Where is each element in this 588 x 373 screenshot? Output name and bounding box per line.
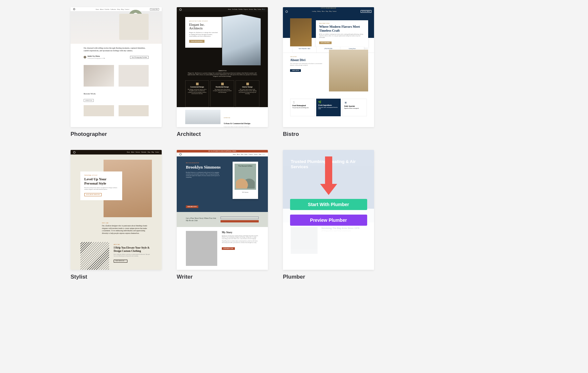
layout-card-architect[interactable]: Home Our Studio Portfolio Projects Servi… — [177, 7, 268, 138]
layout-grid: Home About Portfolio Collection Shop Blo… — [0, 0, 588, 293]
arrow-down-icon — [321, 156, 336, 195]
layout-card-plumber[interactable]: Trusted Plumbing, Heating & Air Services… — [283, 150, 374, 280]
layout-title: Stylist — [71, 274, 162, 280]
hover-overlay: Start With Plumber Preview Plumber — [283, 150, 374, 270]
layout-title: Architect — [177, 131, 268, 138]
layout-thumbnail: Home Our Studio Portfolio Projects Servi… — [177, 7, 268, 127]
layout-thumbnail: Home About Portfolio Collection Shop Blo… — [71, 7, 162, 127]
layout-title: Bistro — [283, 131, 374, 138]
layout-card-writer[interactable]: GET 15% OFF WHEN YOU SIGN UP, SHIPPING A… — [177, 150, 268, 280]
preview-layout-button[interactable]: Preview Plumber — [290, 215, 367, 226]
layout-card-stylist[interactable]: Home About Services Wardrobe Shop Blog C… — [71, 150, 162, 280]
layout-title: Writer — [177, 274, 268, 280]
layout-title: Photographer — [71, 131, 162, 138]
layout-thumbnail: GET 15% OFF WHEN YOU SIGN UP, SHIPPING A… — [177, 150, 268, 270]
layout-thumbnail-hovered: Trusted Plumbing, Heating & Air Services… — [283, 150, 374, 270]
layout-card-bistro[interactable]: STOP BY, DINE AND MAKE A DAY Landing Gal… — [283, 7, 374, 138]
layout-card-photographer[interactable]: Home About Portfolio Collection Shop Blo… — [71, 7, 162, 138]
layout-thumbnail: STOP BY, DINE AND MAKE A DAY Landing Gal… — [283, 7, 374, 127]
layout-title: Plumber — [283, 274, 374, 280]
layout-thumbnail: Home About Services Wardrobe Shop Blog C… — [71, 150, 162, 270]
start-with-layout-button[interactable]: Start With Plumber — [290, 199, 367, 210]
